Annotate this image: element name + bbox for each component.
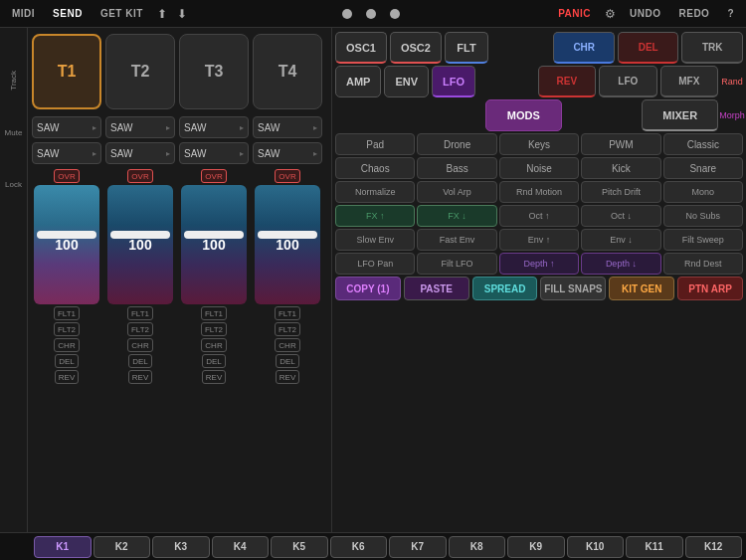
del-badge-4: DEL: [276, 354, 299, 368]
undo-button[interactable]: UNDO: [626, 6, 664, 21]
noise-preset[interactable]: Noise: [499, 157, 579, 179]
pwm-preset[interactable]: PWM: [581, 133, 660, 155]
mods-button[interactable]: MODS: [485, 99, 562, 131]
track-button-t2[interactable]: T2: [105, 34, 175, 109]
keyboard-row: K1 K2 K3 K4 K5 K6 K7 K8 K9 K10 K11 K12: [0, 532, 746, 560]
key-k4[interactable]: K4: [212, 536, 270, 558]
no-subs-mod[interactable]: No Subs: [663, 205, 743, 227]
kick-preset[interactable]: Kick: [581, 157, 660, 179]
midi-button[interactable]: MIDI: [8, 6, 39, 21]
fader-handle-4[interactable]: [258, 231, 317, 239]
filt-lfo-mod[interactable]: Filt LFO: [417, 253, 496, 275]
help-button[interactable]: ?: [723, 6, 738, 21]
del-badge-2: DEL: [128, 354, 152, 368]
copy-button[interactable]: COPY (1): [335, 277, 401, 300]
drone-preset[interactable]: Drone: [417, 133, 496, 155]
lfo-button[interactable]: LFO: [432, 66, 475, 97]
osc2-button[interactable]: OSC2: [390, 32, 442, 64]
download-icon[interactable]: ⬇: [177, 7, 187, 21]
rev-button[interactable]: REV: [538, 66, 596, 97]
track-button-t1[interactable]: T1: [32, 34, 101, 109]
key-k7[interactable]: K7: [389, 536, 447, 558]
synth-select-3[interactable]: SAW ▸: [179, 116, 249, 138]
track-button-t3[interactable]: T3: [179, 34, 249, 109]
fader-3[interactable]: 100: [181, 185, 247, 304]
osc1-button[interactable]: OSC1: [335, 32, 387, 64]
ptn-arp-button[interactable]: PTN ARP: [677, 277, 743, 300]
synth-select-8[interactable]: SAW ▸: [253, 142, 322, 164]
key-k10[interactable]: K10: [567, 536, 625, 558]
fader-handle-3[interactable]: [184, 231, 244, 239]
filt-sweep-mod[interactable]: Filt Sweep: [663, 229, 743, 251]
fader-handle-2[interactable]: [110, 231, 170, 239]
key-k5[interactable]: K5: [271, 536, 328, 558]
key-k6[interactable]: K6: [330, 536, 388, 558]
bass-preset[interactable]: Bass: [417, 157, 496, 179]
lfo-pan-mod[interactable]: LFO Pan: [335, 253, 415, 275]
flt-button[interactable]: FLT: [445, 32, 488, 64]
synth-select-7[interactable]: SAW ▸: [179, 142, 249, 164]
del-button[interactable]: DEL: [618, 32, 679, 64]
rand-side-label[interactable]: Rand: [721, 77, 743, 87]
fast-env-mod[interactable]: Fast Env: [417, 229, 496, 251]
send-button[interactable]: SEND: [49, 6, 87, 21]
synth-select-5[interactable]: SAW ▸: [32, 142, 101, 164]
amp-button[interactable]: AMP: [335, 66, 381, 97]
fader-handle-1[interactable]: [37, 231, 96, 239]
synth-row-2: SAW ▸ SAW ▸ SAW ▸ SAW ▸: [28, 141, 331, 165]
env-button[interactable]: ENV: [384, 66, 429, 97]
get-kit-button[interactable]: GET KIT: [96, 6, 147, 21]
spread-button[interactable]: SPREAD: [472, 277, 538, 300]
chr-button[interactable]: CHR: [553, 32, 615, 64]
synth-select-1[interactable]: SAW ▸: [32, 116, 101, 138]
rnd-dest-mod[interactable]: Rnd Dest: [663, 253, 743, 275]
depth-up-mod[interactable]: Depth ↑: [499, 253, 579, 275]
rnd-motion-mod[interactable]: Rnd Motion: [499, 181, 579, 203]
synth-select-4[interactable]: SAW ▸: [253, 116, 322, 138]
morph-side-label[interactable]: Morph: [721, 99, 743, 131]
upload-icon[interactable]: ⬆: [157, 7, 167, 21]
keys-preset[interactable]: Keys: [499, 133, 579, 155]
fader-2[interactable]: 100: [107, 185, 173, 304]
key-k1[interactable]: K1: [34, 536, 92, 558]
key-k8[interactable]: K8: [449, 536, 506, 558]
paste-button[interactable]: PASTE: [404, 277, 469, 300]
snare-preset[interactable]: Snare: [663, 157, 743, 179]
vol-arp-mod[interactable]: Vol Arp: [417, 181, 496, 203]
key-k2[interactable]: K2: [93, 536, 151, 558]
key-k12[interactable]: K12: [685, 536, 743, 558]
settings-icon[interactable]: ⚙: [605, 7, 616, 21]
pad-preset[interactable]: Pad: [335, 133, 415, 155]
key-k11[interactable]: K11: [626, 536, 683, 558]
depth-down-mod[interactable]: Depth ↓: [581, 253, 660, 275]
chaos-preset[interactable]: Chaos: [335, 157, 415, 179]
fx-down-mod[interactable]: FX ↓: [417, 205, 496, 227]
classic-preset[interactable]: Classic: [663, 133, 743, 155]
redo-button[interactable]: REDO: [675, 6, 714, 21]
env-up-mod[interactable]: Env ↑: [499, 229, 579, 251]
mfx-button[interactable]: MFX: [660, 66, 718, 97]
pitch-drift-mod[interactable]: Pitch Drift: [581, 181, 660, 203]
trk-button[interactable]: TRK: [681, 32, 743, 64]
synth-select-2[interactable]: SAW ▸: [105, 116, 175, 138]
lfo-fx-button[interactable]: LFO: [599, 66, 656, 97]
kit-gen-button[interactable]: KIT GEN: [609, 277, 674, 300]
synth-arrow-icon: ▸: [166, 123, 170, 132]
track-button-t4[interactable]: T4: [253, 34, 322, 109]
normalize-mod[interactable]: Normalize: [335, 181, 415, 203]
mixer-button[interactable]: MIXER: [642, 99, 718, 131]
fx-up-mod[interactable]: FX ↑: [335, 205, 415, 227]
oct-down-mod[interactable]: Oct ↓: [581, 205, 660, 227]
panic-button[interactable]: PANIC: [554, 6, 595, 21]
key-k9[interactable]: K9: [507, 536, 565, 558]
chr-badge-4: CHR: [275, 338, 299, 352]
fader-1[interactable]: 100: [34, 185, 99, 304]
slow-env-mod[interactable]: Slow Env: [335, 229, 415, 251]
key-k3[interactable]: K3: [152, 536, 210, 558]
oct-up-mod[interactable]: Oct ↑: [499, 205, 579, 227]
mono-mod[interactable]: Mono: [663, 181, 743, 203]
env-down-mod[interactable]: Env ↓: [581, 229, 660, 251]
fill-snaps-button[interactable]: FILL SNAPS: [540, 277, 606, 300]
synth-select-6[interactable]: SAW ▸: [105, 142, 175, 164]
fader-4[interactable]: 100: [255, 185, 320, 304]
